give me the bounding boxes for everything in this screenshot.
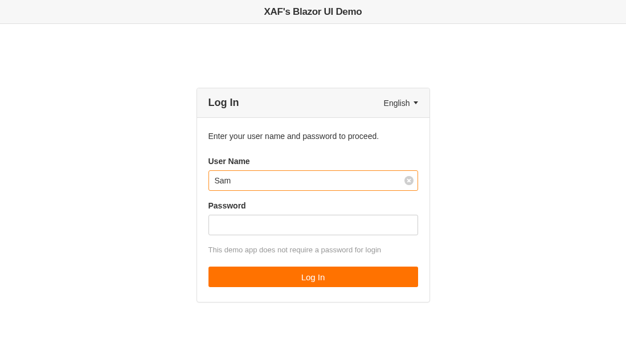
username-input-wrapper <box>208 170 418 191</box>
username-input[interactable] <box>208 170 418 191</box>
username-label: User Name <box>208 157 418 166</box>
main-content: Log In English Enter your user name and … <box>0 24 626 302</box>
login-card-header: Log In English <box>197 88 429 118</box>
password-hint: This demo app does not require a passwor… <box>208 246 418 254</box>
language-selector[interactable]: English <box>384 99 418 108</box>
login-card-body: Enter your user name and password to pro… <box>197 118 429 302</box>
caret-down-icon <box>414 101 418 104</box>
login-instruction: Enter your user name and password to pro… <box>208 132 418 141</box>
clear-icon[interactable] <box>404 176 414 185</box>
app-title: XAF's Blazor UI Demo <box>264 6 362 18</box>
login-button[interactable]: Log In <box>208 267 418 287</box>
password-input-wrapper <box>208 215 418 235</box>
username-group: User Name <box>208 157 418 191</box>
login-title: Log In <box>208 97 239 109</box>
language-label: English <box>384 99 410 108</box>
login-card: Log In English Enter your user name and … <box>197 88 430 302</box>
password-group: Password <box>208 201 418 235</box>
password-label: Password <box>208 201 418 210</box>
password-input[interactable] <box>208 215 418 235</box>
app-header: XAF's Blazor UI Demo <box>0 0 626 24</box>
